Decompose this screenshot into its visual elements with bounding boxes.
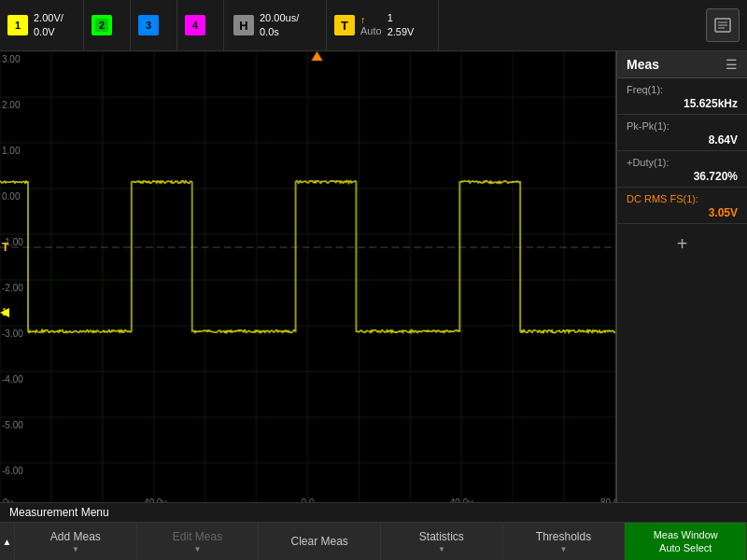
add-measurement-button[interactable]: + [617, 224, 747, 264]
add-meas-button[interactable]: Add Meas ▼ [15, 523, 137, 560]
channel-4-block[interactable]: 4 [177, 0, 224, 50]
trigger-mode: Auto [360, 25, 382, 36]
edit-meas-label: Edit Meas [173, 530, 222, 543]
meas-freq-label: Freq(1): [627, 84, 738, 95]
svg-text:4: 4 [192, 20, 199, 31]
nav-left-arrow[interactable]: ▲ [0, 523, 15, 560]
thresholds-button[interactable]: Thresholds ▼ [503, 523, 626, 560]
channel-2-block[interactable]: 2 [84, 0, 131, 50]
timebase-time: 20.00us/ [260, 11, 299, 25]
oscilloscope-display [0, 51, 616, 509]
meas-pkpk-value: 8.64V [627, 132, 738, 148]
measurements-panel: Meas ☰ Freq(1): 15.625kHz Pk-Pk(1): 8.64… [616, 51, 747, 509]
timebase-block[interactable]: H 20.00us/ 0.0s [224, 0, 327, 50]
waveform-canvas [0, 51, 615, 509]
meas-dcrms-label: DC RMS FS(1): [627, 193, 738, 204]
add-meas-arrow: ▼ [72, 545, 79, 553]
meas-freq-item: Freq(1): 15.625kHz [617, 78, 747, 115]
meas-top-button[interactable] [706, 8, 740, 42]
meas-pkpk-label: Pk-Pk(1): [627, 120, 738, 132]
timebase-values: 20.00us/ 0.0s [260, 11, 299, 40]
ch2-icon: 2 [92, 15, 112, 35]
svg-text:1: 1 [15, 20, 21, 31]
meas-duty-item: +Duty(1): 36.720% [617, 151, 747, 188]
statistics-label: Statistics [419, 530, 464, 543]
meas-pkpk-item: Pk-Pk(1): 8.64V [617, 115, 747, 151]
meas-window-label: Meas Window Auto Select [654, 528, 718, 555]
meas-dcrms-item: DC RMS FS(1): 3.05V [617, 188, 747, 224]
bottom-toolbar: ▲ Add Meas ▼ Edit Meas ▼ Clear Meas Stat… [0, 523, 747, 560]
thresholds-arrow: ▼ [560, 545, 568, 553]
status-bar: Measurement Menu [0, 502, 747, 523]
svg-text:3: 3 [146, 20, 151, 31]
status-text: Measurement Menu [9, 506, 109, 519]
timebase-delay: 0.0s [260, 25, 299, 39]
thresholds-label: Thresholds [536, 530, 591, 543]
trigger-level: 1 [388, 11, 415, 25]
trigger-voltage: 2.59V [388, 25, 415, 39]
svg-text:2: 2 [99, 20, 105, 31]
ch1-icon: 1 [7, 15, 28, 35]
ch1-values: 2.00V/ 0.0V [34, 11, 63, 40]
meas-duty-label: +Duty(1): [627, 157, 738, 168]
meas-dcrms-value: 3.05V [627, 204, 738, 221]
ch4-icon: 4 [185, 15, 205, 35]
ch3-icon: 3 [138, 15, 159, 35]
channel-3-block[interactable]: 3 [131, 0, 177, 50]
panel-header: Meas ☰ [617, 51, 747, 78]
h-label: H [233, 15, 254, 35]
ch1-voltage: 2.00V/ [34, 11, 63, 25]
clear-meas-button[interactable]: Clear Meas [259, 523, 381, 560]
channel-1-block[interactable]: 1 2.00V/ 0.0V [0, 0, 84, 50]
meas-freq-value: 15.625kHz [627, 95, 738, 112]
edit-meas-button[interactable]: Edit Meas ▼ [137, 523, 260, 560]
trigger-block[interactable]: T ↑ Auto 1 2.59V [327, 0, 439, 50]
clear-meas-label: Clear Meas [291, 535, 348, 548]
trigger-arrow-icon: ↑ [360, 14, 382, 25]
trigger-t-label: T [334, 15, 355, 35]
ch1-offset: 0.0V [34, 25, 63, 39]
panel-title: Meas [627, 57, 659, 72]
panel-menu-icon[interactable]: ☰ [726, 57, 738, 72]
statistics-arrow: ▼ [438, 545, 445, 553]
edit-meas-arrow: ▼ [194, 545, 202, 553]
meas-duty-value: 36.720% [627, 168, 738, 185]
meas-window-button[interactable]: Meas Window Auto Select [625, 523, 747, 560]
top-toolbar: 1 2.00V/ 0.0V 2 3 4 H 20.00us/ 0.0s T ↑ [0, 0, 747, 51]
statistics-button[interactable]: Statistics ▼ [381, 523, 503, 560]
add-meas-label: Add Meas [50, 530, 101, 543]
